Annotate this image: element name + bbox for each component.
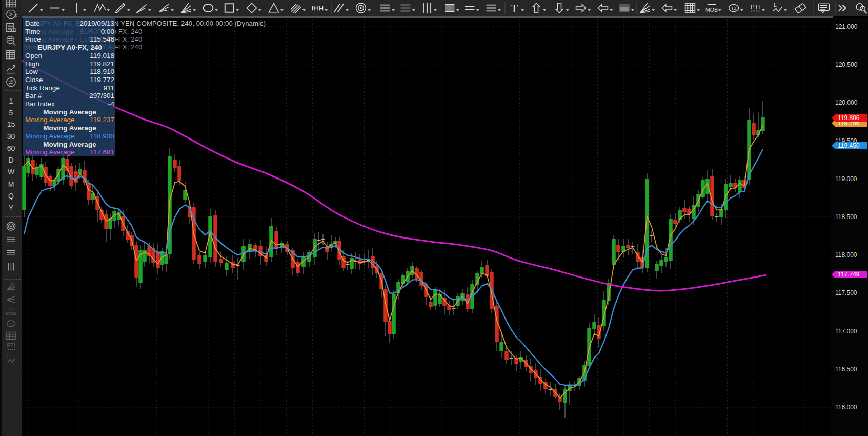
svg-text:MOB: MOB [6,311,16,316]
svg-text:1: 1 [9,97,13,105]
svg-text:117.749: 117.749 [838,271,860,278]
svg-text:W: W [8,168,15,176]
svg-text:T: T [511,2,518,15]
svg-text:D: D [8,156,13,164]
svg-text:TJ: TJ [9,322,13,326]
svg-text:Y: Y [9,204,14,212]
svg-text:30: 30 [7,132,15,141]
svg-text:$: $ [14,13,17,18]
svg-text:60: 60 [7,144,15,152]
svg-text:119.806: 119.806 [838,114,860,122]
svg-text:TJ: TJ [731,5,737,11]
svg-text:5: 5 [9,109,13,117]
svg-text:M: M [8,180,14,188]
svg-text:L: L [774,2,777,8]
svg-text:MOB: MOB [705,7,718,13]
svg-text:L: L [7,354,10,359]
svg-text:PTI: PTI [751,3,760,10]
svg-text:Q: Q [8,192,14,200]
svg-text:15: 15 [7,120,15,128]
svg-text:PTI: PTI [7,343,15,348]
svg-text:119.450: 119.450 [838,142,860,149]
